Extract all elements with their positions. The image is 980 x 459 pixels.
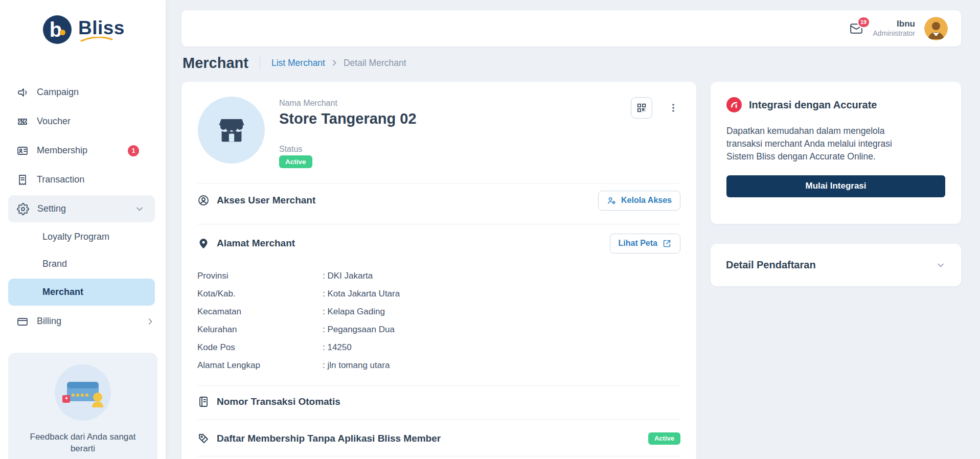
sidebar-item-membership[interactable]: Membership 1 [0, 136, 166, 165]
chevron-right-icon [145, 316, 155, 327]
address-row: Kota/Kab. : Kota Jakarta Utara [197, 285, 680, 303]
kelola-akses-button[interactable]: Kelola Akses [598, 191, 680, 211]
page-title: Merchant [183, 55, 248, 72]
kebab-menu-button[interactable] [664, 97, 682, 119]
address-value: : DKI Jakarta [323, 271, 373, 281]
feedback-illustration [53, 362, 113, 423]
address-list: Provinsi : DKI Jakarta Kota/Kab. : Kota … [197, 267, 680, 374]
merchant-name: Store Tangerang 02 [279, 110, 417, 127]
user-role: Administrator [873, 29, 915, 38]
integrasi-accurate-card: Integrasi dengan Accurate Dapatkan kemud… [711, 82, 961, 224]
divider [197, 385, 680, 386]
divider [197, 183, 680, 183]
user-gear-icon [607, 196, 617, 205]
address-row: Kecamatan : Kelapa Gading [197, 303, 680, 320]
sidebar-item-label: Merchant [42, 287, 83, 297]
map-pin-icon [197, 237, 210, 249]
section-title: Nomor Transaksi Otomatis [217, 396, 340, 407]
breadcrumb-link-list-merchant[interactable]: List Merchant [271, 58, 325, 68]
sidebar-item-merchant[interactable]: Merchant [8, 279, 155, 306]
external-link-icon [662, 239, 672, 248]
address-value: : jln tomang utara [323, 360, 390, 371]
feedback-card[interactable]: Feedback dari Anda sangat berarti [8, 353, 157, 459]
section-title: Akses User Merchant [217, 195, 315, 206]
feedback-text: Feedback dari Anda sangat berarti [8, 431, 157, 455]
journal-icon [197, 396, 210, 408]
breadcrumb: Merchant List Merchant Detail Merchant [183, 51, 406, 75]
button-label: Lihat Peta [619, 239, 657, 248]
address-row: Alamat Lengkap : jln tomang utara [197, 356, 680, 374]
sidebar-item-label: Transaction [37, 174, 84, 185]
sidebar-item-loyalty-program[interactable]: Loyalty Program [0, 223, 166, 250]
mulai-integrasi-button[interactable]: Mulai Integrasi [726, 175, 945, 197]
divider [197, 456, 680, 456]
avatar[interactable] [924, 17, 948, 40]
sidebar-item-transaction[interactable]: Transaction [0, 165, 166, 194]
sidebar-item-label: Billing [37, 316, 61, 327]
accurate-logo-icon [726, 97, 742, 112]
integrasi-description: Dapatkan kemudahan dalam mengelola trans… [726, 125, 913, 163]
gear-icon [17, 203, 29, 215]
user-name: Ibnu [873, 18, 915, 29]
lihat-peta-button[interactable]: Lihat Peta [610, 234, 680, 254]
sidebar-item-voucher[interactable]: Voucher [0, 107, 166, 136]
chevron-down-icon [134, 204, 145, 214]
divider [197, 224, 680, 224]
membership-count-badge: 1 [128, 145, 139, 156]
address-label: Provinsi [197, 271, 323, 281]
detail-pendaftaran-card[interactable]: Detail Pendaftaran [711, 244, 961, 286]
divider [197, 419, 680, 420]
address-value: : Kelapa Gading [323, 307, 385, 317]
qr-code-icon [636, 102, 647, 113]
chevron-down-icon [936, 260, 946, 270]
qr-code-button[interactable] [631, 97, 652, 119]
sidebar-item-brand[interactable]: Brand [0, 250, 166, 278]
address-label: Kode Pos [197, 342, 323, 353]
sidebar-item-campaign[interactable]: Campaign [0, 78, 166, 107]
sidebar-item-label: Brand [42, 259, 67, 269]
card-title: Detail Pendaftaran [726, 259, 816, 271]
sidebar-item-billing[interactable]: Billing [0, 307, 166, 336]
sidebar-item-label: Campaign [37, 87, 79, 98]
section-title: Daftar Membership Tanpa Aplikasi Bliss M… [217, 433, 441, 444]
address-row: Kelurahan : Pegangsaan Dua [197, 320, 680, 338]
sidebar-item-label: Membership [37, 145, 87, 156]
address-label: Kecamatan [197, 307, 323, 317]
notification-count-badge: 19 [857, 16, 870, 28]
logo-swoosh [80, 37, 113, 42]
button-label: Kelola Akses [621, 196, 672, 205]
address-value: : Kota Jakarta Utara [323, 289, 400, 299]
address-value: : 14250 [323, 342, 352, 353]
chevron-right-icon [330, 59, 338, 67]
sidebar-item-setting[interactable]: Setting [8, 195, 155, 222]
sidebar-item-label: Setting [37, 203, 66, 214]
kebab-menu-icon [668, 102, 679, 113]
mail-icon[interactable]: 19 [849, 22, 864, 35]
membership-card-icon [16, 145, 29, 157]
sidebar: b Bliss Campaign Voucher Membership [0, 0, 166, 459]
user-circle-icon [197, 194, 210, 206]
voucher-icon [16, 116, 29, 128]
topbar: 19 Ibnu Administrator [181, 10, 961, 47]
status-badge: Active [648, 432, 680, 445]
sidebar-menu: Campaign Voucher Membership 1 Transactio… [0, 78, 166, 336]
bliss-logo[interactable]: b Bliss [43, 15, 125, 44]
card-title: Integrasi dengan Accurate [749, 99, 877, 111]
daftar-membership-section: Daftar Membership Tanpa Aplikasi Bliss M… [197, 429, 680, 448]
section-title: Alamat Merchant [217, 238, 295, 249]
receipt-icon [16, 174, 29, 186]
breadcrumb-current: Detail Merchant [344, 58, 406, 68]
merchant-detail-card: Nama Merchant Store Tangerang 02 Status … [181, 82, 696, 459]
brand-name: Bliss [78, 17, 125, 39]
merchant-status-label: Status [279, 145, 302, 154]
address-label: Kota/Kab. [197, 289, 323, 299]
merchant-name-label: Nama Merchant [279, 99, 337, 108]
store-icon [216, 114, 247, 146]
credit-card-icon [16, 315, 29, 328]
alamat-merchant-section: Alamat Merchant Lihat Peta [197, 233, 680, 254]
address-row: Kode Pos : 14250 [197, 338, 680, 356]
address-label: Kelurahan [197, 325, 323, 335]
status-badge: Active [279, 155, 312, 168]
address-value: : Pegangsaan Dua [323, 325, 395, 335]
megaphone-icon [16, 86, 29, 99]
